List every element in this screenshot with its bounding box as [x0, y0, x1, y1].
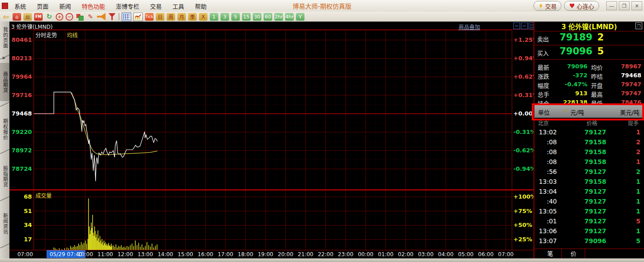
maximize-button[interactable]: ❐ [619, 1, 630, 10]
axis-label: 79964 [10, 73, 32, 80]
min15-button[interactable]: 15 [242, 13, 251, 21]
x-period-button[interactable]: X [199, 13, 207, 21]
prev-contract-icon[interactable]: ⇦ [513, 22, 520, 29]
hr4-button[interactable]: 4hr [285, 13, 294, 21]
chart-mode-icon[interactable] [133, 13, 143, 21]
volume-pane-label: 成交量 [35, 191, 52, 199]
month-period-button[interactable]: 月 [177, 13, 186, 21]
season-period-button[interactable]: 季 [188, 13, 197, 21]
sidebar-tab-2[interactable]: 期权报价 [0, 110, 9, 148]
tick-cell: :08 [538, 138, 557, 146]
tick-cell: 1 [627, 188, 640, 195]
tick-cell: 79127 [579, 218, 606, 225]
heart-button-label: 心连心 [577, 2, 594, 10]
stat-row: 总手913最高79747 [534, 89, 644, 98]
draw-pencil-icon[interactable]: ✎ [86, 13, 95, 21]
axis-label: 34 [10, 222, 32, 228]
tab-average-line[interactable]: 均线 [67, 32, 78, 39]
time-label: 16:00 [195, 251, 215, 258]
overlay-shapes-icon[interactable] [75, 13, 84, 21]
sidebar-tab-3[interactable]: 股指期货 [0, 157, 9, 195]
min60-button[interactable]: 60 [264, 13, 272, 21]
tick-cell: 13:07 [538, 237, 557, 244]
time-label: 20:00 [276, 251, 296, 258]
stat-cell: -0.47% [557, 81, 587, 88]
axis-label: +100% [513, 193, 536, 200]
panel-tab-0[interactable]: 笔 [539, 249, 562, 259]
axis-label: -0.94% [513, 165, 536, 172]
time-label: 07:00 [496, 251, 516, 258]
menu-item-4[interactable]: 澎博专栏 [116, 2, 139, 10]
tick-row: :40791271 [534, 197, 644, 207]
refresh-icon[interactable]: ↻ [45, 13, 53, 21]
chart-area: 3 伦外镍(LMND) 商品叠加 ⇦⇨◫ 分时走势均线 成交量 80461802… [9, 22, 534, 258]
min3-button[interactable]: 3 [221, 13, 229, 21]
sidebar-tab-0[interactable]: 我的页面 [0, 22, 9, 54]
commodity-overlay-link[interactable]: 商品叠加 [459, 23, 480, 31]
sidebar: 我的页面▶商品期货期权报价股指期货新闻资讯 [0, 22, 10, 258]
sidebar-tab-4[interactable]: 新闻资讯 [0, 204, 9, 243]
tick-cell: 1 [627, 129, 640, 136]
back-icon[interactable]: ⇦ [2, 13, 10, 21]
tick-cell: 79127 [579, 227, 606, 235]
min30-button[interactable]: 30 [253, 13, 261, 21]
heart-to-heart-button[interactable]: ♥ 心连心 [564, 1, 599, 11]
alert-horn-icon[interactable] [97, 13, 106, 21]
day-period-button[interactable]: 日 [156, 13, 164, 21]
stat-cell: -372 [557, 72, 587, 79]
trade-button[interactable]: 交易 [534, 1, 561, 11]
hr2-button[interactable]: 2hr [274, 13, 283, 21]
sidebar-tab-1[interactable]: 商品期货 [0, 63, 9, 101]
time-label: 18:00 [236, 251, 256, 258]
axis-label: +75% [513, 208, 532, 214]
tick-period-button[interactable]: Tick [145, 13, 154, 21]
filter-funnel-icon[interactable] [108, 13, 116, 21]
chart-mode-labels: 分时走势均线 [35, 31, 78, 39]
stat-row: 涨跌-372昨结79468 [534, 71, 644, 80]
week-period-button[interactable]: 周 [167, 13, 175, 21]
tick-cell: 1 [627, 208, 640, 215]
time-label: 15:00 [176, 251, 195, 258]
time-label: 06:00 [476, 251, 496, 258]
menu-item-1[interactable]: 页面 [37, 2, 49, 10]
time-axis: 05/29 07:40 07:0010:0011:0012:0013:0014:… [9, 250, 534, 258]
axis-label: +50% [513, 222, 532, 228]
application-window: 系统页面新闻特色功能澎博专栏交易工具帮助 博易大师-期权仿真版 交易 ♥ 心连心… [0, 0, 644, 262]
zoom-out-icon[interactable]: − [66, 13, 73, 21]
menu-item-7[interactable]: 帮助 [195, 2, 207, 10]
stat-cell: 最高 [591, 90, 603, 98]
quote-panel: 3 伦外镍(LMND) ❐ 卖出 79189 2 买入 79096 5 最新79… [534, 22, 644, 258]
stat-cell: 幅度 [538, 81, 549, 89]
fm-radio-icon[interactable]: FM [34, 13, 43, 21]
app-icon [2, 3, 8, 9]
close-button[interactable]: ✕ [631, 1, 642, 10]
menu-item-2[interactable]: 新闻 [59, 2, 71, 10]
min1-button[interactable]: 1 [210, 13, 218, 21]
menu-item-5[interactable]: 交易 [150, 2, 162, 10]
next-contract-icon[interactable]: ⇨ [521, 22, 528, 29]
year-button[interactable]: Y [296, 13, 304, 21]
menu-item-0[interactable]: 系统 [14, 2, 26, 10]
tick-cell: 5 [627, 237, 640, 244]
tab-intraday-trend[interactable]: 分时走势 [35, 32, 57, 39]
tick-row: 13:02791271 [534, 128, 644, 138]
min5-button[interactable]: 5 [231, 13, 240, 21]
time-label: 04:00 [436, 251, 456, 258]
menu-item-3[interactable]: 特色功能 [82, 2, 105, 10]
time-label: 23:00 [336, 251, 356, 258]
zoom-in-icon[interactable]: + [56, 13, 63, 21]
tick-cell: :08 [538, 158, 557, 165]
minimize-button[interactable]: — [606, 1, 617, 10]
menu-item-6[interactable]: 工具 [172, 2, 184, 10]
home-icon[interactable]: ⌂ [13, 13, 21, 21]
tick-cell: 1 [627, 198, 640, 205]
page-icon[interactable]: ▤ [23, 13, 32, 21]
tick-cell: 13:03 [538, 178, 557, 185]
chart-contract-title: 3 伦外镍(LMND) [11, 22, 53, 30]
tick-cell: 13:02 [538, 129, 557, 136]
panel-tab-1[interactable]: 价 [562, 249, 585, 258]
panel-maximize-icon[interactable]: ❐ [635, 22, 642, 29]
quote-panel-title: 3 伦外镍(LMND) [534, 22, 644, 31]
quote-grid-icon[interactable] [122, 13, 131, 21]
tick-cell: :08 [538, 148, 557, 155]
